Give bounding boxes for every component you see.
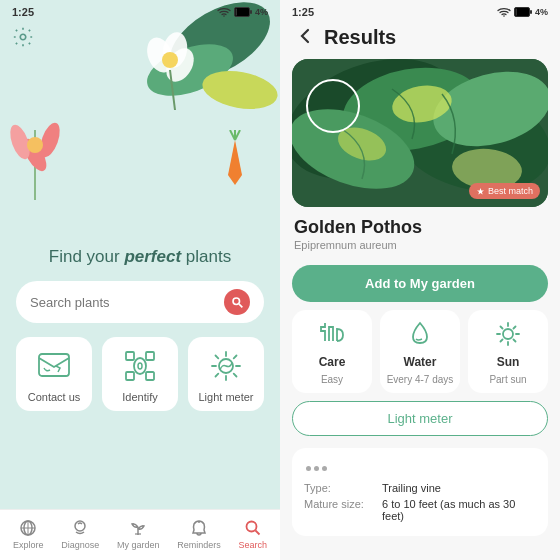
water-icon — [404, 318, 436, 350]
care-card-care: Care Easy — [292, 310, 372, 393]
carrot-svg — [220, 130, 250, 190]
svg-rect-26 — [126, 372, 134, 380]
svg-line-35 — [255, 531, 259, 535]
svg-point-11 — [162, 52, 178, 68]
care-card-sun: Sun Part sun — [468, 310, 548, 393]
best-match-badge: Best match — [469, 183, 540, 199]
right-panel: 1:25 4% Results — [280, 0, 560, 560]
tagline: Find your perfect plants — [0, 247, 280, 267]
contact-icon — [35, 347, 73, 385]
left-panel: 1:25 4% — [0, 0, 280, 560]
battery-icon-left — [234, 7, 252, 17]
plant-name: Golden Pothos — [294, 217, 546, 238]
svg-point-34 — [246, 522, 256, 532]
care-value-1: Every 4-7 days — [387, 374, 454, 385]
status-bar-left: 1:25 4% — [0, 0, 280, 22]
reminders-icon — [189, 518, 209, 538]
search-input[interactable] — [30, 295, 224, 310]
time-right: 1:25 — [292, 6, 314, 18]
status-bar-right: 1:25 4% — [280, 0, 560, 22]
right-header: Results — [280, 22, 560, 59]
care-title-1: Water — [404, 355, 437, 369]
identify-card[interactable]: Identify — [102, 337, 178, 411]
detail-row-type: Type: Trailing vine — [304, 482, 536, 494]
plant-details: Type: Trailing vine Mature size: 6 to 10… — [292, 448, 548, 536]
battery-icon-right — [514, 7, 532, 17]
quick-actions: Contact us Identify — [16, 337, 264, 411]
status-icons-right: 4% — [497, 7, 548, 17]
svg-rect-39 — [515, 9, 517, 16]
detail-row-0 — [304, 458, 536, 478]
search-icon — [231, 296, 244, 309]
status-icons-left: 4% — [217, 7, 268, 17]
size-value: 6 to 10 feet (as much as 30 feet) — [382, 498, 536, 522]
nav-reminders-label: Reminders — [177, 540, 221, 550]
nav-explore-label: Explore — [13, 540, 44, 550]
nav-explore[interactable]: Explore — [13, 518, 44, 550]
svg-point-0 — [223, 15, 225, 17]
battery-pct-right: 4% — [535, 7, 548, 17]
care-cards: Care Easy Water Every 4-7 days Sun Part — [292, 310, 548, 393]
light-meter-icon — [207, 347, 245, 385]
svg-point-29 — [138, 363, 142, 369]
add-to-garden-button[interactable]: Add to My garden — [292, 265, 548, 302]
nav-my-garden-label: My garden — [117, 540, 160, 550]
plant-info: Golden Pothos Epipremnum aureum — [280, 207, 560, 257]
search-bar[interactable] — [16, 281, 264, 323]
svg-point-17 — [27, 137, 43, 153]
identify-label: Identify — [122, 391, 157, 403]
header-left — [0, 22, 280, 52]
type-value: Trailing vine — [382, 482, 536, 494]
diagnose-icon — [70, 518, 90, 538]
svg-rect-27 — [146, 372, 154, 380]
my-garden-icon — [128, 518, 148, 538]
svg-point-28 — [134, 358, 146, 374]
care-value-0: Easy — [321, 374, 343, 385]
nav-search[interactable]: Search — [239, 518, 268, 550]
svg-point-36 — [503, 15, 505, 17]
search-button[interactable] — [224, 289, 250, 315]
flower-svg — [0, 100, 70, 200]
wifi-icon — [217, 7, 231, 17]
settings-icon[interactable] — [12, 26, 34, 48]
detail-row-size: Mature size: 6 to 10 feet (as much as 30… — [304, 498, 536, 522]
svg-rect-24 — [126, 352, 134, 360]
nav-diagnose[interactable]: Diagnose — [61, 518, 99, 550]
type-label: Type: — [304, 482, 374, 494]
svg-rect-38 — [530, 10, 532, 14]
back-button[interactable] — [296, 27, 314, 49]
care-title-2: Sun — [497, 355, 520, 369]
page-title: Results — [324, 26, 396, 49]
star-icon — [476, 187, 485, 196]
nav-reminders[interactable]: Reminders — [177, 518, 221, 550]
light-meter-card[interactable]: Light meter — [188, 337, 264, 411]
time-left: 1:25 — [12, 6, 34, 18]
nav-search-label: Search — [239, 540, 268, 550]
svg-point-21 — [233, 298, 240, 305]
battery-pct-left: 4% — [255, 7, 268, 17]
care-card-water: Water Every 4-7 days — [380, 310, 460, 393]
wifi-icon-right — [497, 7, 511, 17]
nav-my-garden[interactable]: My garden — [117, 518, 160, 550]
care-value-2: Part sun — [489, 374, 526, 385]
size-label: Mature size: — [304, 498, 374, 510]
svg-rect-23 — [39, 354, 69, 376]
explore-icon — [18, 518, 38, 538]
plant-latin: Epipremnum aureum — [294, 239, 546, 251]
care-icon — [316, 318, 348, 350]
more-options-icon[interactable] — [304, 458, 332, 478]
contact-us-card[interactable]: Contact us — [16, 337, 92, 411]
bottom-nav: Explore Diagnose My garde — [0, 509, 280, 560]
sun-icon — [492, 318, 524, 350]
svg-rect-25 — [146, 352, 154, 360]
svg-line-22 — [239, 304, 242, 307]
search-nav-icon — [243, 518, 263, 538]
svg-point-49 — [503, 329, 513, 339]
light-meter-button[interactable]: Light meter — [292, 401, 548, 436]
nav-diagnose-label: Diagnose — [61, 540, 99, 550]
care-title-0: Care — [319, 355, 346, 369]
focus-circle — [306, 79, 360, 133]
identify-icon — [121, 347, 159, 385]
contact-us-label: Contact us — [28, 391, 81, 403]
svg-rect-2 — [250, 10, 252, 14]
